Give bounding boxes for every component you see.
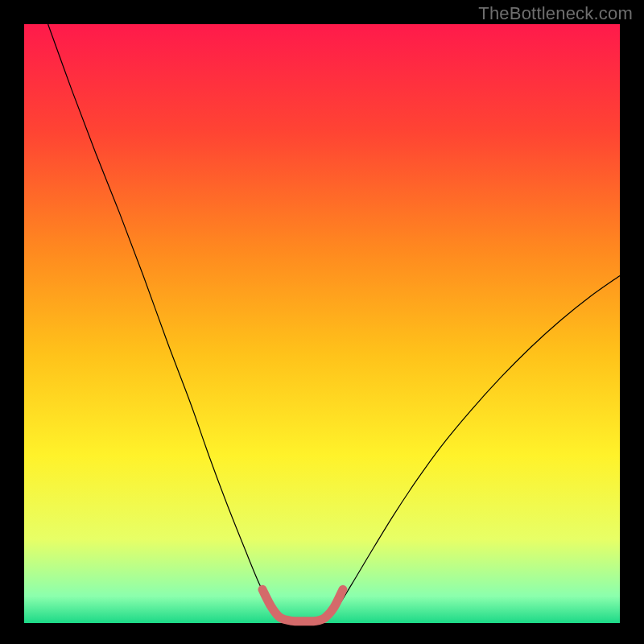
bottleneck-chart: [0, 0, 644, 644]
gradient-background: [24, 24, 620, 623]
watermark-text: TheBottleneck.com: [478, 3, 633, 24]
chart-frame: TheBottleneck.com: [0, 0, 644, 644]
